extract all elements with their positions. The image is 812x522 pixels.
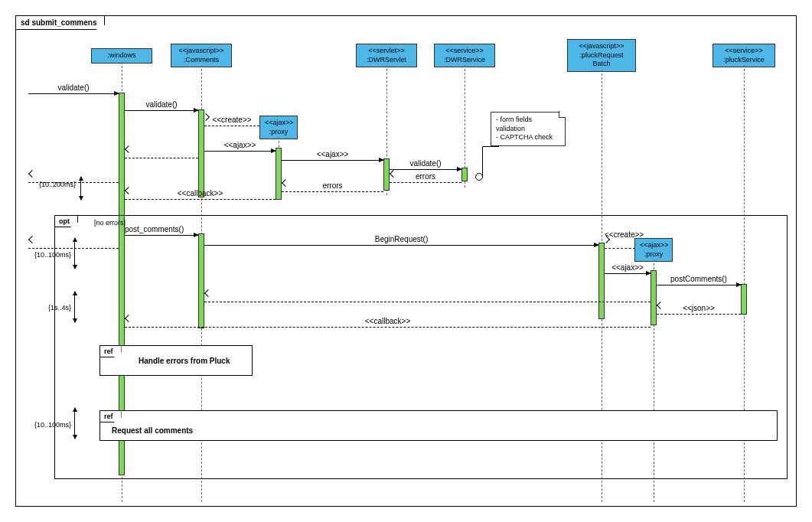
- lifeline-comments-head: <<javascript>>:Comments: [171, 44, 232, 67]
- msg-begin-request: BeginRequest(): [204, 237, 598, 246]
- msg-label: validate(): [28, 83, 119, 92]
- activation-proxy1: [276, 148, 282, 200]
- note-anchor-line: [482, 146, 499, 177]
- msg-return-comments: [204, 293, 651, 302]
- lifeline-pluckreq-head: <<javascript>>:pluckRequest Batch: [567, 39, 636, 72]
- stereotype-text: <<javascript>>: [572, 42, 631, 51]
- msg-label: <<callback>>: [125, 317, 651, 325]
- msg-ajax-to-proxy1: <<ajax>>: [204, 142, 276, 152]
- fragment-ref1: ref Handle errors from Pluck: [99, 345, 253, 376]
- duration-3-bar: [74, 292, 75, 322]
- msg-label: <<ajax>>: [282, 150, 383, 158]
- fragment-ref2-tag: ref: [99, 410, 122, 422]
- msg-post-comments-svc: postComments(): [657, 276, 741, 285]
- lifeline-pluckservice-head: <<service>>:pluckService: [713, 44, 775, 67]
- msg-json-return: <<json>>: [657, 305, 741, 315]
- msg-label: <<ajax>>: [204, 141, 276, 149]
- duration-text: {1s..4s}: [48, 304, 71, 312]
- msg-validate-external: validate(): [28, 85, 119, 94]
- duration-1-label: {10..200ms}: [38, 181, 76, 188]
- stereotype-text: <<servlet>>: [361, 47, 412, 56]
- stereotype-text: <<service>>: [439, 47, 490, 56]
- ref1-title: Handle errors from Pluck: [139, 357, 230, 365]
- fragment-ref2: ref Request all comments: [99, 410, 778, 441]
- fragment-ref1-tag: ref: [99, 345, 122, 357]
- msg-validate-to-comments: validate(): [125, 102, 198, 111]
- lifeline-label: :windows: [107, 51, 135, 59]
- stereotype-text: <<ajax>>: [265, 119, 292, 128]
- duration-3-label: {1s..4s}: [44, 304, 71, 312]
- note-line: - CAPTCHA check: [496, 133, 560, 142]
- activation-dwrservice: [461, 168, 468, 181]
- activation-dwrservlet: [383, 158, 390, 191]
- msg-label: post_comments(): [125, 225, 198, 233]
- duration-2-label: {10..100ms}: [34, 251, 71, 259]
- msg-return-windows: [125, 149, 198, 158]
- msg-ajax-to-servlet: <<ajax>>: [282, 152, 383, 161]
- msg-callback-return2: <<callback>>: [125, 318, 651, 328]
- duration-4-label: {10..100ms}: [34, 421, 71, 429]
- lifeline-dwrservlet-head: <<servlet>>:DWRServlet: [356, 44, 417, 67]
- duration-4-bar: [74, 408, 75, 439]
- msg-ajax-proxy2: <<ajax>>: [605, 265, 651, 274]
- note-validation: - form fields validation - CAPTCHA check: [491, 112, 566, 146]
- lifeline-label: :DWRService: [439, 56, 490, 65]
- sequence-diagram-frame: sd submit_commens :windows <<javascript>…: [15, 15, 797, 507]
- fragment-tag-text: ref: [104, 413, 113, 420]
- fragment-tag-text: ref: [104, 347, 113, 355]
- duration-1-bar: [80, 177, 81, 200]
- lifeline-proxy1-head: <<ajax>>:proxy: [259, 116, 298, 139]
- duration-text: {10..100ms}: [34, 251, 71, 259]
- msg-label: BeginRequest(): [204, 235, 598, 243]
- duration-2-bar: [74, 238, 75, 269]
- msg-label: <<callback>>: [125, 189, 276, 197]
- msg-create-proxy2: <<create>>: [605, 240, 635, 249]
- stereotype-text: <<javascript>>: [176, 47, 227, 56]
- lifeline-label: :pluckRequest Batch: [572, 51, 631, 69]
- msg-label: <<ajax>>: [605, 263, 651, 272]
- msg-label: validate(): [125, 100, 198, 109]
- fragment-opt-tag: opt: [54, 215, 78, 227]
- msg-label: errors: [390, 172, 461, 181]
- lifeline-label: :DWRServlet: [361, 56, 412, 65]
- lifeline-label: :pluckService: [718, 56, 770, 65]
- note-line: - form fields: [496, 116, 560, 125]
- msg-label: <<create>>: [204, 116, 259, 124]
- stereotype-text: <<service>>: [718, 47, 770, 56]
- msg-post-comments: post_comments(): [125, 227, 198, 236]
- msg-label: errors: [282, 181, 383, 190]
- duration-text: {10..200ms}: [39, 181, 76, 188]
- guard-text: [no errors]: [94, 219, 126, 227]
- msg-label: postComments(): [657, 275, 741, 283]
- msg-errors-return1: errors: [390, 174, 461, 183]
- opt-guard: [no errors]: [94, 219, 126, 227]
- msg-create-proxy1: <<create>>: [204, 117, 259, 126]
- lifeline-label: :proxy: [265, 128, 292, 137]
- msg-label: <<create>>: [605, 230, 635, 239]
- msg-validate-to-service: validate(): [390, 161, 461, 170]
- lifeline-label: :Comments: [176, 56, 227, 65]
- msg-label: validate(): [390, 159, 461, 168]
- duration-text: {10..100ms}: [34, 421, 71, 429]
- msg-callback-return: <<callback>>: [125, 191, 276, 200]
- activation-comments-1: [198, 109, 204, 197]
- msg-errors-return2: errors: [282, 183, 383, 192]
- note-line: validation: [496, 125, 560, 134]
- frame-title: sd submit_commens: [15, 15, 105, 30]
- msg-label: <<json>>: [657, 304, 741, 312]
- frame-title-text: sd submit_commens: [21, 18, 96, 27]
- fragment-tag-text: opt: [59, 217, 70, 225]
- lifeline-dwrservice-head: <<service>>:DWRService: [434, 44, 495, 67]
- lifeline-windows-head: :windows: [91, 48, 152, 64]
- ref2-title: Request all comments: [112, 426, 193, 435]
